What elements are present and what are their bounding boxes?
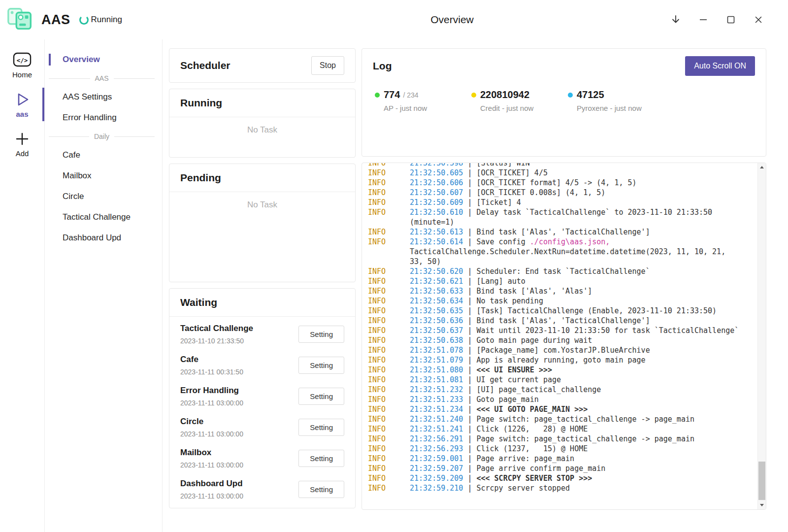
main-content: Scheduler Stop Running No Task Pending N…: [163, 39, 788, 532]
nav-item-circle[interactable]: Circle: [45, 186, 162, 207]
log-line: INFO21:32:50.610 | Delay task `TacticalC…: [368, 207, 741, 227]
log-text: | Click (1237, 15) @ HOME: [467, 444, 588, 453]
log-timestamp: 21:32:50.637: [410, 326, 463, 335]
log-message: 21:32:50.614 | Save config ./config\aas.…: [410, 237, 741, 266]
nav-item-error-handling[interactable]: Error Handling: [45, 107, 162, 128]
pending-title: Pending: [180, 171, 221, 184]
log-line: INFO21:32:51.240 | Page switch: page_tac…: [368, 414, 741, 424]
log-line: INFO21:32:56.293 | Click (1237, 15) @ HO…: [368, 444, 741, 454]
log-message: 21:32:51.240 | Page switch: page_tactica…: [410, 414, 741, 424]
log-text: | UI get current page: [467, 375, 561, 384]
task-setting-button[interactable]: Setting: [298, 357, 344, 374]
log-text: | Bind task ['Alas', 'TacticalChallenge'…: [467, 316, 650, 325]
log-level: INFO: [368, 385, 410, 395]
nav-item-mailbox[interactable]: Mailbox: [45, 166, 162, 186]
scrollbar-up-arrow-icon[interactable]: [758, 163, 766, 171]
log-message: 21:32:51.233 | Goto page_main: [410, 395, 741, 404]
log-message: 21:32:50.609 | [Ticket] 4: [410, 198, 741, 207]
log-line: INFO21:32:50.633 | Bind task ['Alas', 'A…: [368, 286, 741, 296]
task-setting-button[interactable]: Setting: [298, 419, 344, 436]
task-name: Circle: [180, 417, 243, 427]
log-message: 21:32:51.078 | [Package_name] com.Yostar…: [410, 345, 741, 355]
log-level: INFO: [368, 266, 410, 276]
log-level: INFO: [368, 207, 410, 227]
log-line: INFO21:32:51.232 | [UI] page_tactical_ch…: [368, 385, 741, 395]
minimize-icon[interactable]: [693, 10, 713, 30]
close-icon[interactable]: [749, 10, 768, 30]
log-line: INFO21:32:59.209 | <<< SCRCPY SERVER STO…: [368, 473, 741, 483]
stat-dot-icon: [471, 93, 476, 98]
waiting-card: Waiting Tactical Challenge2023-11-10 21:…: [169, 288, 356, 508]
log-line: INFO21:32:50.634 | No task pending: [368, 296, 741, 306]
nav-item-overview[interactable]: Overview: [45, 49, 162, 70]
log-timestamp: 21:32:50.634: [410, 297, 463, 305]
log-line: INFO21:32:50.620 | Scheduler: End task `…: [368, 266, 741, 276]
nav-item-tactical-challenge[interactable]: Tactical Challenge: [45, 207, 162, 228]
log-text: | [Ticket] 4: [467, 198, 521, 207]
log-text: | Scrcpy server stopped: [467, 484, 570, 493]
auto-scroll-button[interactable]: Auto Scroll ON: [685, 56, 755, 76]
log-message: 21:32:50.621 | [Lang] auto: [410, 276, 741, 286]
task-setting-button[interactable]: Setting: [298, 450, 344, 467]
log-level: INFO: [368, 424, 410, 434]
task-info: Circle2023-11-11 03:00:00: [180, 417, 243, 438]
scrollbar-thumb[interactable]: [758, 462, 765, 500]
pending-card: Pending No Task: [169, 164, 356, 282]
log-timestamp: 21:32:51.080: [410, 366, 463, 374]
log-line: INFO21:32:51.234 | <<< UI GOTO PAGE_MAIN…: [368, 404, 741, 414]
task-next-run: 2023-11-11 03:00:00: [180, 399, 243, 407]
log-timestamp: 21:32:50.613: [410, 228, 463, 236]
maximize-icon[interactable]: [721, 10, 741, 30]
log-message: 21:32:51.234 | <<< UI GOTO PAGE_MAIN >>>: [410, 404, 741, 414]
nav-item-aas-settings[interactable]: AAS Settings: [45, 87, 162, 107]
scheduler-status-text: Running: [91, 15, 122, 25]
log-scrollbar[interactable]: [757, 163, 766, 509]
log-column: Log Auto Scroll ON 774/ 234AP - just now…: [361, 48, 766, 510]
log-text: | [OCR_TICKET] 4/5: [467, 168, 548, 177]
log-text: <<< UI ENSURE >>>: [476, 366, 552, 374]
log-text: | Page switch: page_tactical_challenge -…: [467, 415, 694, 424]
scheduler-column: Scheduler Stop Running No Task Pending N…: [169, 48, 356, 510]
stat-value-row: 774/ 234: [375, 89, 471, 100]
scrollbar-down-arrow-icon[interactable]: [758, 501, 766, 509]
sidebar-item-add[interactable]: Add: [0, 126, 44, 162]
log-level: INFO: [368, 444, 410, 454]
log-level: INFO: [368, 316, 410, 326]
log-message: 21:32:50.610 | Delay task `TacticalChall…: [410, 207, 741, 227]
log-line: INFO21:32:51.079 | App is already runnin…: [368, 355, 741, 365]
sidebar-item-home[interactable]: </>Home: [0, 47, 44, 83]
nav-item-dashboard-upd[interactable]: Dashboard Upd: [45, 228, 162, 248]
task-name: Cafe: [180, 355, 243, 365]
nav-item-cafe[interactable]: Cafe: [45, 145, 162, 166]
log-message: 21:32:56.293 | Click (1237, 15) @ HOME: [410, 444, 741, 454]
task-setting-button[interactable]: Setting: [298, 481, 344, 498]
log-level: INFO: [368, 286, 410, 296]
task-setting-button[interactable]: Setting: [298, 388, 344, 405]
log-line: INFO21:32:50.609 | [Ticket] 4: [368, 198, 741, 207]
download-icon[interactable]: [666, 10, 686, 30]
log-timestamp: 21:32:59.207: [410, 464, 463, 473]
task-info: Mailbox2023-11-11 03:00:00: [180, 448, 243, 469]
log-level: INFO: [368, 454, 410, 464]
waiting-task-row: Mailbox2023-11-11 03:00:00Setting: [180, 443, 344, 474]
log-text: | App is already running, goto main page: [467, 356, 645, 365]
log-viewer[interactable]: INFO21:32:50.598 | [Status] WININFO21:32…: [361, 163, 766, 510]
log-scroll-area[interactable]: INFO21:32:50.598 | [Status] WININFO21:32…: [362, 163, 757, 509]
waiting-task-row: Dashboard Upd2023-11-11 03:00:00Setting: [180, 474, 344, 505]
log-timestamp: 21:32:59.210: [410, 484, 463, 493]
log-message: 21:32:51.241 | Click (1226, 28) @ HOME: [410, 424, 741, 434]
task-next-run: 2023-11-10 21:33:50: [180, 337, 253, 345]
log-message: 21:32:59.209 | <<< SCRCPY SERVER STOP >>…: [410, 473, 741, 483]
sidebar-item-aas[interactable]: aas: [0, 87, 44, 122]
stop-button[interactable]: Stop: [311, 56, 344, 75]
log-message: 21:32:50.605 | [OCR_TICKET] 4/5: [410, 168, 741, 178]
waiting-task-row: Tactical Challenge2023-11-10 21:33:50Set…: [180, 319, 344, 350]
task-setting-button[interactable]: Setting: [298, 326, 344, 343]
nav-section-divider: Daily: [49, 133, 155, 140]
log-level: INFO: [368, 464, 410, 473]
log-level: INFO: [368, 355, 410, 365]
log-line: INFO21:32:50.605 | [OCR_TICKET] 4/5: [368, 168, 741, 178]
log-message: 21:32:50.634 | No task pending: [410, 296, 741, 306]
log-timestamp: 21:32:50.633: [410, 287, 463, 296]
dashboard-stat: 774/ 234AP - just now: [375, 89, 471, 112]
